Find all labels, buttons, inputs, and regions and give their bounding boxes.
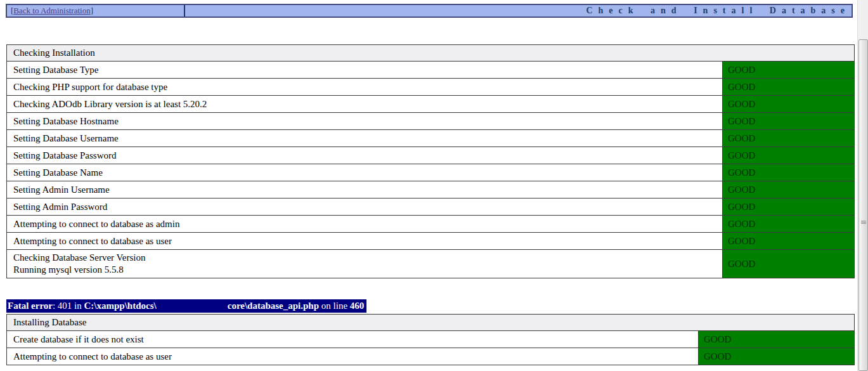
fatal-error-path-prefix: C:\xampp\htdocs\	[84, 301, 157, 311]
check-description: Setting Admin Password	[7, 199, 723, 216]
status-cell-good: GOOD	[722, 216, 854, 233]
fatal-error-label: Fatal error	[8, 301, 53, 311]
status-cell-good: GOOD	[722, 250, 854, 278]
check-description-line: Attempting to connect to database as use…	[13, 351, 698, 363]
check-description-line: Attempting to connect to database as use…	[13, 235, 722, 247]
scrollbar-grip-icon	[861, 221, 866, 224]
table-row: Attempting to connect to database as adm…	[7, 216, 855, 233]
table-header-row: Checking Installation	[7, 45, 855, 62]
check-description: Attempting to connect to database as use…	[7, 348, 699, 365]
fatal-error-line-number: 460	[350, 301, 365, 311]
check-description: Checking ADOdb Library version is at lea…	[7, 96, 723, 113]
bracket-right: ]	[91, 6, 93, 16]
status-cell-good: GOOD	[722, 130, 854, 147]
status-cell-good: GOOD	[722, 113, 854, 130]
page-title: Check and Install Database	[185, 5, 852, 16]
status-cell-good: GOOD	[722, 199, 854, 216]
table-row: Checking PHP support for database typeGO…	[7, 79, 855, 96]
check-description-line: Setting Database Hostname	[13, 115, 722, 127]
table-row: Setting Database NameGOOD	[7, 164, 855, 181]
fatal-error-message: Fatal error: 401 in C:\xampp\htdocs\core…	[6, 299, 366, 313]
table-row: Setting Database HostnameGOOD	[7, 113, 855, 130]
check-description: Setting Database Password	[7, 147, 723, 164]
table-header-checking-installation: Checking Installation	[7, 45, 855, 62]
check-description-line: Setting Admin Username	[13, 184, 722, 196]
table-row: Checking ADOdb Library version is at lea…	[7, 96, 855, 113]
check-description: Checking PHP support for database type	[7, 79, 723, 96]
check-description-line: Setting Database Type	[13, 64, 722, 76]
fatal-error-path-suffix: core\database_api.php	[228, 301, 319, 311]
check-description-line: Checking Database Server Version	[13, 252, 722, 264]
table-header-row: Installing Database	[7, 315, 855, 331]
redacted-path-block	[157, 302, 228, 311]
status-cell-good: GOOD	[722, 164, 854, 181]
table-row: Setting Database TypeGOOD	[7, 62, 855, 79]
installing-database-table: Installing Database Create database if i…	[6, 314, 855, 365]
status-cell-good: GOOD	[722, 79, 854, 96]
vertical-scrollbar-track[interactable]	[857, 0, 868, 371]
back-nav-cell: [ Back to Administration ]	[7, 5, 185, 16]
check-description: Setting Database Hostname	[7, 113, 723, 130]
check-description: Setting Database Username	[7, 130, 723, 147]
check-description: Checking Database Server VersionRunning …	[7, 250, 723, 278]
check-description-line: Setting Admin Password	[13, 201, 722, 213]
table-header-installing-database: Installing Database	[7, 315, 855, 331]
check-description: Setting Database Name	[7, 164, 723, 181]
table-row: Setting Database UsernameGOOD	[7, 130, 855, 147]
fatal-error-mid1: : 401 in	[53, 301, 84, 311]
table-row: Setting Admin PasswordGOOD	[7, 199, 855, 216]
check-description: Setting Admin Username	[7, 181, 723, 199]
table-row: Attempting to connect to database as use…	[7, 348, 855, 365]
status-cell-good: GOOD	[722, 233, 854, 250]
check-description-line: Checking PHP support for database type	[13, 81, 722, 93]
back-to-administration-link[interactable]: Back to Administration	[13, 6, 90, 16]
status-cell-good: GOOD	[698, 348, 854, 365]
table-row: Setting Database PasswordGOOD	[7, 147, 855, 164]
check-description: Attempting to connect to database as adm…	[7, 216, 723, 233]
table-row: Setting Admin UsernameGOOD	[7, 181, 855, 199]
fatal-error-mid2: on line	[319, 301, 350, 311]
check-description-line: Attempting to connect to database as adm…	[13, 218, 722, 230]
check-description: Setting Database Type	[7, 62, 723, 79]
status-cell-good: GOOD	[722, 181, 854, 199]
check-description-line: Setting Database Username	[13, 133, 722, 145]
admin-title-bar: [ Back to Administration ] Check and Ins…	[6, 4, 853, 18]
check-description-line: Setting Database Password	[13, 150, 722, 162]
check-description: Create database if it does not exist	[7, 331, 699, 348]
status-cell-good: GOOD	[722, 147, 854, 164]
status-cell-good: GOOD	[698, 331, 854, 348]
vertical-scrollbar-thumb[interactable]	[858, 39, 868, 371]
checking-installation-table: Checking Installation Setting Database T…	[6, 44, 855, 278]
table-row: Attempting to connect to database as use…	[7, 233, 855, 250]
status-cell-good: GOOD	[722, 62, 854, 79]
status-cell-good: GOOD	[722, 96, 854, 113]
table-row: Checking Database Server VersionRunning …	[7, 250, 855, 278]
check-description: Attempting to connect to database as use…	[7, 233, 723, 250]
check-description-line: Create database if it does not exist	[13, 334, 698, 346]
table-row: Create database if it does not existGOOD	[7, 331, 855, 348]
check-description-line: Checking ADOdb Library version is at lea…	[13, 98, 722, 110]
check-description-line: Running mysql version 5.5.8	[13, 264, 722, 276]
check-description-line: Setting Database Name	[13, 167, 722, 179]
